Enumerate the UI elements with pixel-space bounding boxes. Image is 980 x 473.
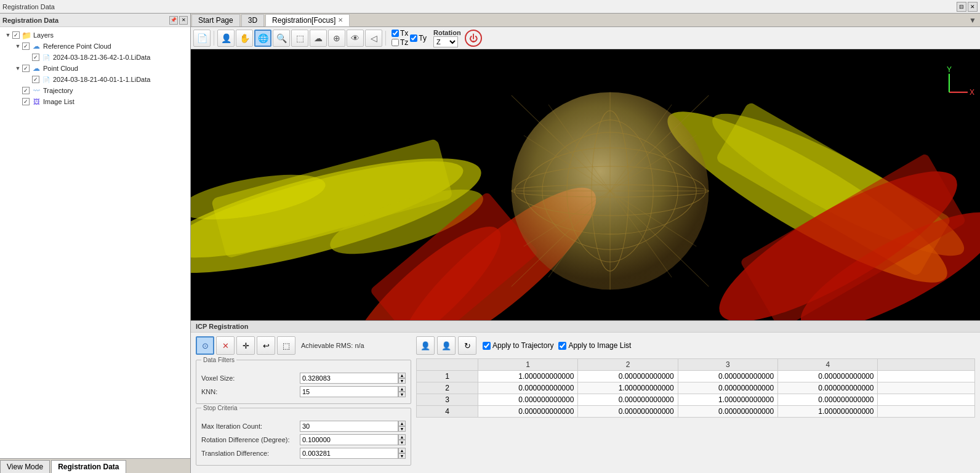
left-panel: Registration Data 📌 ✕ ▼ 📁 Layers ▼ (0, 14, 191, 473)
icp-run-btn[interactable]: ⊙ (196, 336, 214, 355)
trajectory-label: Trajectory (43, 87, 73, 94)
voxel-size-input[interactable] (300, 373, 398, 384)
trans-diff-input[interactable] (300, 448, 398, 459)
rot-diff-input[interactable] (300, 434, 398, 445)
matrix-cell-3-4: 0.000000000000 (778, 394, 878, 406)
zoom-btn[interactable]: 🔍 (273, 30, 290, 47)
layers-label: Layers (33, 31, 54, 39)
voxel-size-label: Voxel Size: (201, 374, 300, 382)
matrix-cell-4-3: 0.000000000000 (678, 406, 777, 418)
tz-checkbox[interactable] (392, 39, 399, 46)
3d-tab[interactable]: 3D (241, 14, 264, 26)
trans-diff-down[interactable]: ▼ (398, 453, 406, 459)
panel-pin-btn[interactable]: 📌 (169, 16, 178, 25)
matrix-toolbar: 👤 👤 ↻ Apply to Trajectory Appl (416, 336, 975, 355)
icp-right: 👤 👤 ↻ Apply to Trajectory Appl (416, 336, 975, 469)
knn-input[interactable] (300, 386, 398, 397)
pick-btn[interactable]: 👤 (217, 30, 235, 47)
registration-data-tab[interactable]: Registration Data (51, 460, 126, 473)
file-icon-pc: 📄 (41, 75, 51, 84)
matrix-cell-2-2: 1.000000000000 (578, 382, 678, 394)
close-btn[interactable]: ✕ (968, 2, 978, 12)
orbit-btn[interactable]: 🌐 (254, 30, 271, 47)
power-btn[interactable]: ⏻ (465, 30, 482, 47)
matrix-table: 1 2 3 4 11.0000000000000.0000000000000.0… (416, 358, 975, 418)
eye-btn[interactable]: 👁 (347, 30, 364, 47)
knn-down[interactable]: ▼ (398, 392, 406, 397)
icp-undo-btn[interactable]: ↩ (257, 336, 275, 355)
rotation-group: Tx Tz Ty Rotation (392, 29, 461, 47)
tree-item-image-list[interactable]: ▶ 🖼 Image List (0, 96, 190, 107)
icp-select-btn[interactable]: ⬚ (277, 336, 295, 355)
checkbox-image-list[interactable] (22, 98, 30, 105)
tab-close-btn[interactable]: ✕ (338, 17, 343, 23)
checkbox-trajectory[interactable] (22, 87, 30, 94)
matrix-row: 30.0000000000000.0000000000001.000000000… (417, 394, 975, 406)
icp-reset-btn[interactable]: ✛ (236, 336, 255, 355)
col-header-2: 2 (578, 359, 678, 371)
checkbox-ref-file[interactable] (32, 54, 39, 61)
rot-diff-up[interactable]: ▲ (398, 434, 406, 440)
minimize-btn[interactable]: ⊟ (957, 2, 966, 12)
new-btn[interactable]: 📄 (193, 30, 211, 47)
tree-item-trajectory[interactable]: ▶ 〰 Trajectory (0, 85, 190, 96)
merge-btn[interactable]: ⊕ (328, 30, 345, 47)
voxel-size-row: Voxel Size: ▲ ▼ (201, 373, 406, 384)
tree-item-pc-file[interactable]: ▶ 📄 2024-03-18-21-40-01-1-1.LiData (0, 74, 190, 85)
tab-bar: Start Page 3D Registration[Focus] ✕ ▼ (191, 14, 980, 27)
data-filters-group: Data Filters Voxel Size: ▲ ▼ KNN: (196, 360, 411, 404)
matrix-checkboxes: Apply to Trajectory Apply to Image List (483, 341, 631, 350)
tab-overflow-btn[interactable]: ▼ (965, 16, 980, 25)
tree-item-layers[interactable]: ▼ 📁 Layers (0, 30, 190, 41)
apply-img-checkbox[interactable] (558, 342, 566, 350)
max-iter-input[interactable] (300, 421, 398, 432)
scene-svg: X Y (191, 49, 980, 320)
trans-diff-up[interactable]: ▲ (398, 448, 406, 453)
mat-btn-1[interactable]: 👤 (416, 336, 435, 355)
rotation-axis-select[interactable]: Z X Y (433, 36, 458, 47)
pan-btn[interactable]: ✋ (236, 30, 253, 47)
panel-title: Registration Data (2, 17, 169, 24)
tree-item-ref-file[interactable]: ▶ 📄 2024-03-18-21-36-42-1-0.LiData (0, 52, 190, 63)
back-btn[interactable]: ◁ (365, 30, 382, 47)
registration-tab[interactable]: Registration[Focus] ✕ (265, 14, 350, 26)
achievable-rms: Achievable RMS: n/a (301, 342, 364, 349)
icp-stop-btn[interactable]: ✕ (216, 336, 235, 355)
ref-cloud-label: Reference Point Cloud (43, 42, 111, 50)
tree-item-point-cloud[interactable]: ▼ ☁ Point Cloud (0, 63, 190, 74)
tree-item-ref-cloud[interactable]: ▼ ☁ Reference Point Cloud (0, 41, 190, 52)
max-iter-up[interactable]: ▲ (398, 421, 406, 426)
checkbox-ref-cloud[interactable] (22, 42, 30, 50)
panel-header: Registration Data 📌 ✕ (0, 14, 190, 27)
checkbox-pc-file[interactable] (32, 76, 39, 83)
view-mode-tab[interactable]: View Mode (0, 460, 50, 473)
start-page-tab[interactable]: Start Page (191, 14, 240, 26)
translation-checkboxes: Tx Tz (392, 29, 408, 47)
voxel-size-down[interactable]: ▼ (398, 378, 406, 384)
mat-btn-2[interactable]: 👤 (437, 336, 456, 355)
knn-up[interactable]: ▲ (398, 386, 406, 392)
max-iter-down[interactable]: ▼ (398, 426, 406, 432)
ty-checkbox[interactable] (410, 34, 417, 42)
matrix-cell-3-2: 0.000000000000 (578, 394, 678, 406)
checkbox-point-cloud[interactable] (22, 65, 30, 72)
matrix-cell-3-3: 1.000000000000 (678, 394, 777, 406)
image-list-label: Image List (43, 98, 74, 105)
checkbox-layers[interactable] (12, 31, 20, 39)
panel-close-btn[interactable]: ✕ (179, 16, 188, 25)
matrix-cell-2-1: 0.000000000000 (478, 382, 578, 394)
voxel-size-up[interactable]: ▲ (398, 373, 406, 378)
rot-diff-down[interactable]: ▼ (398, 440, 406, 445)
apply-traj-checkbox[interactable] (483, 342, 491, 350)
expand-arrow-layers: ▼ (5, 32, 11, 38)
file-icon-ref: 📄 (41, 52, 51, 62)
stop-criteria-group: Stop Criteria Max Iteration Count: ▲ ▼ (196, 408, 411, 466)
apply-img-label: Apply to Image List (568, 341, 631, 350)
cloud-btn[interactable]: ☁ (310, 30, 327, 47)
viewport-3d[interactable]: X Y (191, 49, 980, 320)
matrix-cell-2-3: 0.000000000000 (678, 382, 777, 394)
tx-checkbox[interactable] (392, 30, 399, 37)
pc-file-label: 2024-03-18-21-40-01-1-1.LiData (53, 76, 150, 83)
select-btn[interactable]: ⬚ (291, 30, 308, 47)
mat-btn-3[interactable]: ↻ (458, 336, 476, 355)
